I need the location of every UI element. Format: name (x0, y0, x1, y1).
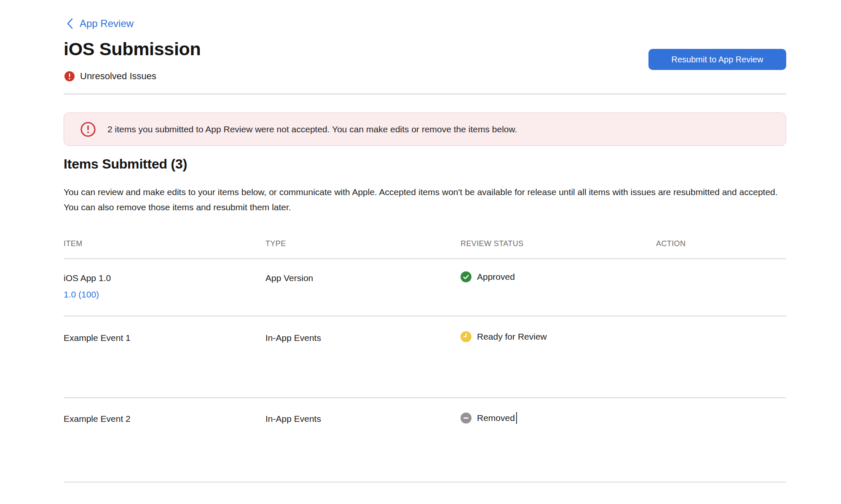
resubmit-button[interactable]: Resubmit to App Review (648, 49, 786, 70)
items-submitted-description: You can review and make edits to your it… (64, 185, 783, 215)
column-header-item: ITEM (64, 239, 83, 248)
column-header-action: ACTION (656, 239, 686, 248)
version-build-link[interactable]: 1.0 (100) (64, 290, 99, 300)
minus-circle-icon (461, 413, 471, 424)
alert-banner: 2 items you submitted to App Review were… (64, 113, 786, 146)
table-bottom-divider (64, 482, 786, 483)
table-row-divider (64, 316, 786, 316)
check-circle-icon (461, 271, 471, 282)
table-row-item-name: Example Event 2 (64, 414, 131, 424)
page-title: iOS Submission (64, 39, 201, 59)
text-cursor (516, 412, 517, 424)
column-header-type: TYPE (265, 239, 286, 248)
header-divider (64, 94, 786, 94)
review-status-label: Removed (477, 413, 515, 423)
unresolved-issues-status: Unresolved Issues (64, 71, 156, 82)
table-header-divider (64, 258, 786, 259)
table-row-type: App Version (265, 273, 313, 283)
table-row-type: In-App Events (265, 414, 321, 424)
items-submitted-heading: Items Submitted (3) (64, 156, 187, 172)
alert-message: 2 items you submitted to App Review were… (107, 124, 517, 134)
error-filled-icon (64, 71, 75, 81)
clock-icon (461, 331, 471, 342)
column-header-review-status: REVIEW STATUS (461, 239, 524, 248)
review-status-label: Approved (477, 272, 515, 282)
chevron-left-icon (67, 18, 73, 29)
table-row-type: In-App Events (265, 333, 321, 343)
table-row-item-name: Example Event 1 (64, 333, 131, 343)
review-status-approved: Approved (461, 271, 515, 282)
back-link-label: App Review (80, 18, 134, 29)
review-status-ready: Ready for Review (461, 331, 547, 342)
review-status-removed: Removed (461, 412, 517, 424)
review-status-label: Ready for Review (477, 332, 547, 342)
unresolved-issues-label: Unresolved Issues (80, 71, 156, 82)
alert-outline-icon (80, 121, 96, 137)
table-row-item-name: iOS App 1.0 (64, 273, 111, 283)
back-link-app-review[interactable]: App Review (67, 18, 134, 29)
table-row-divider (64, 397, 786, 398)
